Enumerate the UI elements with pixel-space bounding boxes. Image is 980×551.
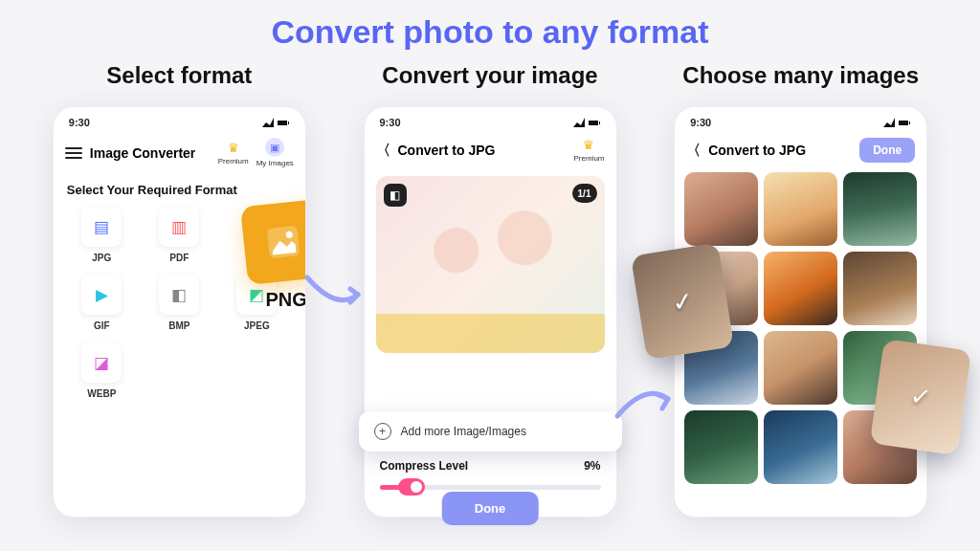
check-icon: ✓ xyxy=(670,285,696,318)
grid-thumb[interactable] xyxy=(684,172,758,246)
column-title-center: Convert your image xyxy=(335,62,646,89)
column-title-right: Choose many images xyxy=(645,62,956,89)
column-choose-many: Choose many images 9:30 〈 Convert to JPG… xyxy=(645,62,956,518)
plus-icon: + xyxy=(374,423,391,440)
grid-thumb[interactable] xyxy=(764,331,837,405)
crop-icon[interactable]: ◧ xyxy=(384,184,407,207)
status-bar: 9:30 xyxy=(675,107,926,134)
done-button[interactable]: Done xyxy=(442,492,539,525)
column-select-format: Select format 9:30 Image Converter ♛ Pre… xyxy=(24,62,335,518)
back-button[interactable]: 〈 xyxy=(376,142,390,160)
png-label: PNG xyxy=(265,289,305,311)
grid-thumb[interactable] xyxy=(684,410,758,484)
status-time: 9:30 xyxy=(69,117,90,128)
status-icons xyxy=(573,117,601,128)
choose-header: 〈 Convert to JPG Done xyxy=(675,134,926,172)
format-bmp[interactable]: ◧BMP xyxy=(146,275,212,331)
grid-thumb[interactable] xyxy=(764,172,837,246)
phone-choose-many: 9:30 〈 Convert to JPG Done xyxy=(674,106,927,518)
flow-arrow-icon xyxy=(612,378,679,426)
format-jpg[interactable]: ▤JPG xyxy=(69,207,135,263)
crown-icon: ♛ xyxy=(228,141,239,155)
selected-thumb[interactable]: ✓ xyxy=(631,242,734,360)
grid-thumb[interactable] xyxy=(764,410,837,484)
grid-thumb[interactable] xyxy=(843,172,917,246)
format-png-highlight[interactable] xyxy=(240,199,306,285)
crown-icon: ♛ xyxy=(583,138,594,152)
back-button[interactable]: 〈 xyxy=(686,142,701,160)
status-icons xyxy=(883,117,911,128)
app-header: Image Converter ♛ Premium ▣ My Images xyxy=(54,134,305,177)
check-icon: ✓ xyxy=(908,381,933,413)
image-count-badge: 1/1 xyxy=(572,184,597,203)
premium-button[interactable]: ♛ Premium xyxy=(218,141,249,165)
status-bar: 9:30 xyxy=(365,107,616,134)
grid-thumb[interactable] xyxy=(843,252,917,325)
section-label: Select Your Required Format xyxy=(54,177,305,207)
my-images-icon: ▣ xyxy=(265,138,284,157)
selected-thumb[interactable]: ✓ xyxy=(870,339,971,455)
format-gif[interactable]: ▶GIF xyxy=(69,275,135,331)
image-preview[interactable]: ◧ 1/1 xyxy=(376,176,605,353)
compress-value: 9% xyxy=(584,459,600,473)
app-title: Image Converter xyxy=(90,145,211,161)
phone-select-format: 9:30 Image Converter ♛ Premium ▣ My Imag… xyxy=(53,106,306,518)
menu-icon[interactable] xyxy=(65,147,82,159)
premium-button[interactable]: ♛ Premium xyxy=(573,138,604,163)
grid-thumb[interactable] xyxy=(764,252,837,325)
column-title-left: Select format xyxy=(24,62,335,89)
phone-convert: 9:30 〈 Convert to JPG ♛ Premium ◧ 1/1 + xyxy=(364,106,617,518)
convert-header: 〈 Convert to JPG ♛ Premium xyxy=(365,134,616,172)
status-bar: 9:30 xyxy=(54,107,305,134)
column-convert: Convert your image 9:30 〈 Convert to JPG… xyxy=(335,62,646,518)
add-more-button[interactable]: + Add more Image/Images xyxy=(359,411,622,452)
format-webp[interactable]: ◪WEBP xyxy=(69,342,135,399)
done-button[interactable]: Done xyxy=(859,138,915,163)
compress-label: Compress Level xyxy=(380,459,469,473)
choose-title: Convert to JPG xyxy=(708,143,852,158)
convert-title: Convert to JPG xyxy=(398,143,567,158)
hero-title: Convert photo to any format xyxy=(0,13,980,51)
format-pdf[interactable]: ▥PDF xyxy=(146,207,212,263)
status-time: 9:30 xyxy=(690,117,711,128)
status-icons xyxy=(262,117,290,128)
status-time: 9:30 xyxy=(380,117,401,128)
flow-arrow-icon xyxy=(302,268,369,316)
compress-section: Compress Level 9% xyxy=(380,459,601,496)
my-images-button[interactable]: ▣ My Images xyxy=(256,138,294,167)
